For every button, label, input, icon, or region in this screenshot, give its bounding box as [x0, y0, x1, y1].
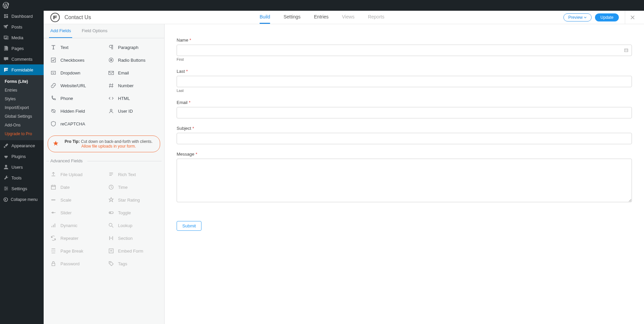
tab-entries[interactable]: Entries — [314, 11, 329, 24]
submenu-item[interactable]: Upgrade to Pro — [0, 129, 44, 138]
wp-menu-media[interactable]: Media — [0, 32, 44, 43]
svg-rect-11 — [51, 185, 56, 190]
collapse-label: Collapse menu — [11, 197, 38, 202]
field-type-tags[interactable]: Tags — [104, 257, 162, 270]
field-type-label: Checkboxes — [60, 58, 85, 63]
field-type-password[interactable]: Password — [46, 257, 104, 270]
field-type-text[interactable]: Text — [46, 41, 104, 54]
field-input[interactable] — [177, 76, 632, 87]
form-field[interactable]: Email * — [177, 100, 632, 118]
tab-settings[interactable]: Settings — [283, 11, 301, 24]
hidden-icon — [50, 108, 56, 114]
field-type-hidden-field[interactable]: Hidden Field — [46, 105, 104, 117]
wp-menu-tools[interactable]: Tools — [0, 172, 44, 183]
wp-menu-posts[interactable]: Posts — [0, 21, 44, 32]
submit-button[interactable]: Submit — [177, 221, 201, 231]
search-icon — [108, 222, 114, 228]
field-type-label: Slider — [60, 210, 72, 215]
field-type-label: HTML — [118, 96, 130, 101]
form-field[interactable]: Name *First — [177, 38, 632, 61]
field-type-label: Lookup — [118, 223, 133, 228]
wp-menu-settings[interactable]: Settings — [0, 183, 44, 194]
svg-point-2 — [6, 188, 7, 189]
field-type-slider[interactable]: Slider — [46, 206, 104, 219]
wp-menu-plugins[interactable]: Plugins — [0, 151, 44, 162]
collapse-menu-button[interactable]: Collapse menu — [0, 194, 44, 205]
field-type-html[interactable]: HTML — [104, 92, 162, 105]
shield-icon — [50, 121, 56, 127]
wordpress-logo-icon[interactable] — [3, 2, 9, 9]
panel-tab[interactable]: Add Fields — [49, 24, 72, 38]
field-type-user-id[interactable]: User ID — [104, 105, 162, 117]
field-type-star-rating[interactable]: Star Rating — [104, 194, 162, 206]
close-button[interactable] — [625, 11, 637, 24]
field-input[interactable] — [177, 45, 632, 56]
field-type-label: Page Break — [60, 249, 83, 254]
field-type-phone[interactable]: Phone — [46, 92, 104, 105]
field-type-email[interactable]: Email — [104, 66, 162, 79]
field-input[interactable] — [177, 159, 632, 202]
field-type-rich-text[interactable]: Rich Text — [104, 168, 162, 181]
wp-menu-label: Dashboard — [11, 14, 33, 19]
email-icon — [108, 70, 114, 76]
form-field[interactable]: Subject * — [177, 126, 632, 144]
radio-icon — [108, 57, 114, 63]
field-type-page-break[interactable]: Page Break — [46, 245, 104, 257]
field-type-radio-buttons[interactable]: Radio Buttons — [104, 54, 162, 66]
form-field[interactable]: Message * — [177, 152, 632, 204]
submenu-item[interactable]: Entries — [0, 86, 44, 95]
field-type-checkboxes[interactable]: Checkboxes — [46, 54, 104, 66]
field-type-toggle[interactable]: Toggle — [104, 206, 162, 219]
tab-build[interactable]: Build — [260, 11, 270, 24]
pro-tip-box[interactable]: Pro Tip: Cut down on back-and-forth with… — [48, 136, 160, 152]
pin-icon — [3, 24, 9, 30]
field-type-label: Embed Form — [118, 249, 143, 254]
field-type-date[interactable]: Date — [46, 181, 104, 194]
field-type-label: Hidden Field — [60, 109, 85, 114]
field-label: Subject * — [177, 126, 632, 131]
svg-rect-17 — [109, 249, 113, 253]
field-type-label: Radio Buttons — [118, 58, 146, 63]
submenu-item[interactable]: Styles — [0, 95, 44, 103]
wp-menu-pages[interactable]: Pages — [0, 43, 44, 54]
wp-menu-label: Plugins — [11, 154, 26, 159]
wp-menu-users[interactable]: Users — [0, 162, 44, 172]
field-type-recaptcha[interactable]: reCAPTCHA — [46, 117, 104, 130]
time-icon — [108, 184, 114, 190]
submenu-item[interactable]: Global Settings — [0, 112, 44, 121]
field-type-lookup[interactable]: Lookup — [104, 219, 162, 232]
wp-menu-appearance[interactable]: Appearance — [0, 140, 44, 151]
wp-menu-comments[interactable]: Comments — [0, 54, 44, 64]
wp-menu-formidable[interactable]: Formidable — [0, 64, 44, 75]
wp-menu-label: Tools — [11, 175, 21, 180]
form-field[interactable]: Last *Last — [177, 69, 632, 93]
field-desc: First — [177, 57, 632, 61]
media-icon — [3, 35, 9, 40]
preview-button[interactable]: Preview — [563, 13, 592, 21]
upload-icon — [50, 171, 56, 177]
field-input[interactable] — [177, 133, 632, 144]
field-type-file-upload[interactable]: File Upload — [46, 168, 104, 181]
collapse-icon — [3, 197, 8, 202]
wp-menu-dashboard[interactable]: Dashboard — [0, 11, 44, 21]
tip-link[interactable]: Allow file uploads in your form. — [81, 144, 136, 149]
dashboard-icon — [3, 13, 9, 19]
field-type-section[interactable]: Section — [104, 232, 162, 245]
field-type-repeater[interactable]: Repeater — [46, 232, 104, 245]
field-type-dropdown[interactable]: Dropdown — [46, 66, 104, 79]
field-type-dynamic[interactable]: Dynamic — [46, 219, 104, 232]
field-type-time[interactable]: Time — [104, 181, 162, 194]
form-title[interactable]: Contact Us — [64, 14, 91, 20]
field-input[interactable] — [177, 107, 632, 118]
field-type-website-url[interactable]: Website/URL — [46, 79, 104, 92]
panel-tab[interactable]: Field Options — [80, 24, 109, 38]
submenu-item[interactable]: Forms (Lite) — [0, 77, 44, 86]
field-type-label: Date — [60, 185, 70, 190]
field-type-scale[interactable]: Scale — [46, 194, 104, 206]
submenu-item[interactable]: Add-Ons — [0, 121, 44, 129]
field-type-embed-form[interactable]: Embed Form — [104, 245, 162, 257]
field-type-number[interactable]: Number — [104, 79, 162, 92]
update-button[interactable]: Update — [595, 13, 619, 21]
field-type-paragraph[interactable]: Paragraph — [104, 41, 162, 54]
submenu-item[interactable]: Import/Export — [0, 103, 44, 112]
